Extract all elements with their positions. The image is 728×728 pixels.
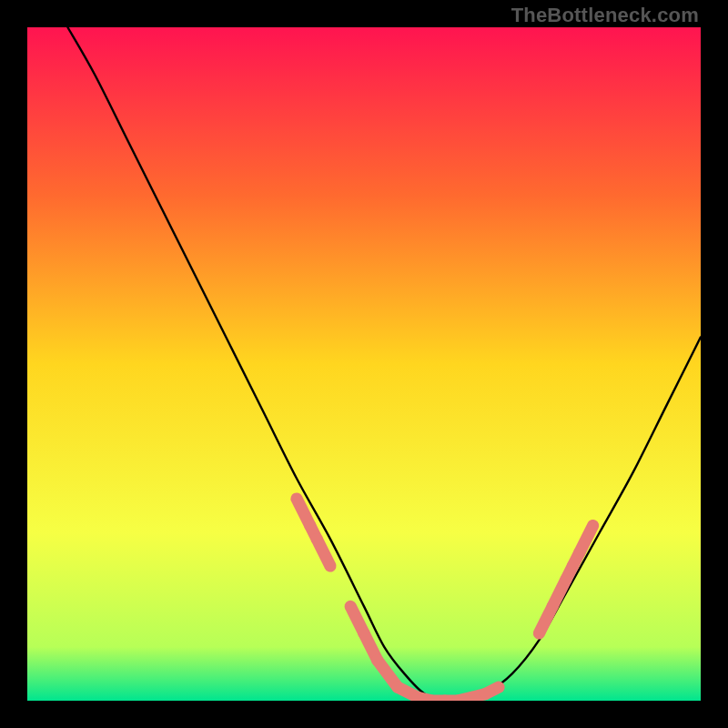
watermark-text: TheBottleneck.com [511,4,699,27]
chart-frame: TheBottleneck.com [0,0,728,728]
marker-dot [588,521,599,531]
gradient-background [27,27,701,701]
marker-dot [325,561,336,571]
chart-svg [27,27,701,701]
marker-dot [493,682,504,693]
plot-area [27,27,701,701]
